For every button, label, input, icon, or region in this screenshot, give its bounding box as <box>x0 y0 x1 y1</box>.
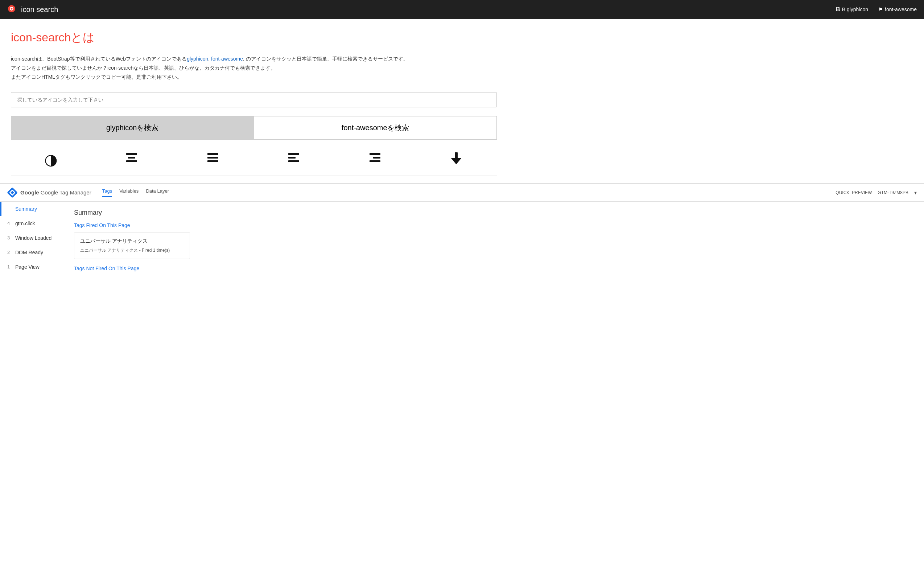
sidebar-num-page-view: 1 <box>7 264 12 270</box>
tab-data-layer[interactable]: Data Layer <box>146 188 169 197</box>
nav-font-awesome[interactable]: ⚑ font-awesome <box>878 6 917 12</box>
gtm-body: Summary 4 gtm.click 3 Window Loaded 2 DO… <box>0 202 924 303</box>
align-justify-icon[interactable] <box>206 150 220 168</box>
svg-marker-16 <box>451 158 462 164</box>
main-content: icon-searchとは icon-searchは、BootStrap等で利用… <box>0 19 508 183</box>
svg-rect-4 <box>128 157 135 159</box>
quick-preview-label: QUICK_PREVIEW <box>836 190 872 195</box>
font-awesome-link-label: font-awesome <box>885 6 917 12</box>
sidebar-item-window-loaded[interactable]: 3 Window Loaded <box>0 231 65 245</box>
nav-glyphicon[interactable]: B B glyphicon <box>836 6 868 13</box>
tag-card-fired: ユニバーサル アナリティクス - Fired 1 time(s) <box>80 248 184 254</box>
tab-tags[interactable]: Tags <box>102 188 112 197</box>
gtm-logo-icon <box>7 188 17 198</box>
gtm-right-controls: QUICK_PREVIEW GTM-T9ZM8PB ▾ <box>836 190 917 195</box>
align-right-icon[interactable] <box>368 150 382 168</box>
tab-variables[interactable]: Variables <box>119 188 138 197</box>
gtm-tabs: Tags Variables Data Layer <box>102 188 829 197</box>
sidebar-label-page-view: Page View <box>15 264 39 270</box>
chevron-down-icon[interactable]: ▾ <box>914 190 917 195</box>
tab-font-awesome[interactable]: font-awesomeを検索 <box>254 116 497 139</box>
sidebar-num-gtm-click: 4 <box>7 221 12 226</box>
sidebar-item-gtm-click[interactable]: 4 gtm.click <box>0 216 65 231</box>
gtm-logo-area: Google Google Tag Manager <box>7 188 92 198</box>
desc-line1: icon-searchは、BootStrap等で利用されているWebフォントのア… <box>11 54 497 63</box>
glyphicon-link-label: B glyphicon <box>842 6 868 12</box>
svg-rect-3 <box>126 153 137 155</box>
align-center-icon[interactable] <box>124 150 139 168</box>
arrow-down-icon[interactable] <box>449 150 464 168</box>
sidebar-label-gtm-click: gtm.click <box>15 221 35 226</box>
sidebar-label-summary: Summary <box>15 206 37 212</box>
svg-rect-7 <box>207 157 218 159</box>
svg-rect-10 <box>288 157 296 159</box>
svg-point-2 <box>11 8 13 10</box>
sidebar-num-window-loaded: 3 <box>7 235 12 240</box>
sidebar-item-page-view[interactable]: 1 Page View <box>0 260 65 274</box>
svg-rect-11 <box>288 160 299 162</box>
sidebar-label-window-loaded: Window Loaded <box>15 235 51 241</box>
font-awesome-flag-icon: ⚑ <box>878 6 883 12</box>
svg-rect-13 <box>373 157 380 159</box>
gtm-main: Summary Tags Fired On This Page ユニバーサル ア… <box>65 202 924 303</box>
svg-rect-8 <box>207 160 218 162</box>
sidebar-num-dom-ready: 2 <box>7 249 12 255</box>
search-tabs: glyphiconを検索 font-awesomeを検索 <box>11 116 497 140</box>
sidebar-item-summary[interactable]: Summary <box>0 202 65 216</box>
svg-rect-5 <box>126 160 137 162</box>
tab-glyphicon[interactable]: glyphiconを検索 <box>11 116 254 139</box>
description: icon-searchは、BootStrap等で利用されているWebフォントのア… <box>11 54 497 82</box>
tags-not-fired-title[interactable]: Tags Not Fired On This Page <box>74 266 915 271</box>
nav-links: B B glyphicon ⚑ font-awesome <box>836 6 917 13</box>
svg-rect-9 <box>288 153 299 155</box>
svg-rect-12 <box>369 153 380 155</box>
desc-line2: アイコンをまだ目視で探していませんか？icon-searchなら日本語、英語、ひ… <box>11 63 497 72</box>
desc-line3: またアイコンHTMLタグもワンクリックでコピー可能。是非ご利用下さい。 <box>11 72 497 82</box>
logo-area: icon search <box>7 5 836 15</box>
gtm-container-id: GTM-T9ZM8PB <box>878 190 908 195</box>
site-title: icon search <box>21 6 58 14</box>
svg-rect-6 <box>207 153 218 155</box>
gtm-sidebar: Summary 4 gtm.click 3 Window Loaded 2 DO… <box>0 202 65 303</box>
sidebar-label-dom-ready: DOM Ready <box>15 249 43 255</box>
gtm-panel: Google Google Tag Manager Tags Variables… <box>0 183 924 303</box>
glyphicon-b-icon: B <box>836 6 840 13</box>
tags-fired-title[interactable]: Tags Fired On This Page <box>74 222 915 228</box>
font-awesome-link[interactable]: font-awesome <box>211 56 243 62</box>
sidebar-item-dom-ready[interactable]: 2 DOM Ready <box>0 245 65 260</box>
page-title: icon-searchとは <box>11 30 497 46</box>
gtm-brand-text: Google Google Tag Manager <box>20 189 92 195</box>
icons-row: ◑ <box>11 147 497 176</box>
glyphicon-link[interactable]: glyphicon <box>187 56 208 62</box>
top-navigation: icon search B B glyphicon ⚑ font-awesome <box>0 0 924 19</box>
adjust-icon[interactable]: ◑ <box>44 150 58 168</box>
svg-rect-14 <box>369 160 380 162</box>
align-left-icon[interactable] <box>286 150 301 168</box>
tag-card[interactable]: ユニバーサル アナリティクス ユニバーサル アナリティクス - Fired 1 … <box>74 233 190 259</box>
gtm-brand-label: Google Tag Manager <box>40 189 92 195</box>
search-input[interactable] <box>11 92 497 107</box>
tag-card-name: ユニバーサル アナリティクス <box>80 238 184 245</box>
gtm-summary-title: Summary <box>74 209 915 216</box>
gtm-header: Google Google Tag Manager Tags Variables… <box>0 184 924 202</box>
logo-icon <box>7 5 17 15</box>
